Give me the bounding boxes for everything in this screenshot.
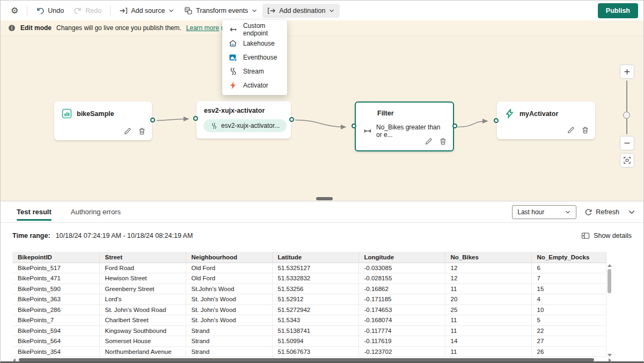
table-cell: 6 xyxy=(531,263,606,273)
output-port[interactable] xyxy=(452,124,457,128)
scroll-right-icon[interactable] xyxy=(609,358,611,362)
minus-icon xyxy=(624,140,631,147)
table-row[interactable]: BikePoints_471Hewison StreetOld Ford51.5… xyxy=(12,273,606,284)
menu-item-activator[interactable]: Activator xyxy=(222,78,287,92)
collapse-panel-button[interactable] xyxy=(627,208,636,216)
table-row[interactable]: BikePoints_354Northumberland AvenueStran… xyxy=(12,346,606,357)
table-header: BikepointIDStreetNeighbourhoodLatitudeLo… xyxy=(12,252,606,263)
publish-button[interactable]: Publish xyxy=(598,3,638,18)
undo-label: Undo xyxy=(48,7,64,14)
menu-item-lakehouse[interactable]: Lakehouse xyxy=(222,37,287,50)
zoom-slider[interactable] xyxy=(626,81,627,134)
table-cell: Strand xyxy=(186,346,272,357)
time-range-value: 10/18/24 07:24:19 AM - 10/18/24 08:24:19… xyxy=(56,232,193,239)
output-port[interactable] xyxy=(289,117,294,122)
node-filter[interactable]: Filter No_Bikes greater than or e... xyxy=(355,101,454,151)
edit-node-icon[interactable] xyxy=(567,126,575,134)
zoom-out-button[interactable] xyxy=(620,136,634,150)
output-port[interactable] xyxy=(150,118,155,122)
input-port[interactable] xyxy=(193,116,198,121)
lakehouse-icon xyxy=(229,39,237,48)
transform-events-button[interactable]: Transform events xyxy=(179,4,262,18)
delete-node-icon[interactable] xyxy=(439,137,447,146)
time-filter-select[interactable]: Last hour xyxy=(512,205,576,219)
column-header[interactable]: BikepointID xyxy=(12,252,99,263)
zoom-slider-handle[interactable] xyxy=(623,112,630,119)
table-cell: Strand xyxy=(186,325,272,336)
node-title: Filter xyxy=(377,110,394,117)
input-port[interactable] xyxy=(352,124,356,128)
filter-condition-label: No_Bikes greater than or e... xyxy=(376,124,445,139)
table-row[interactable]: BikePoints_594Kingsway SouthboundStrand5… xyxy=(12,325,606,336)
fit-to-screen-button[interactable] xyxy=(620,153,634,168)
time-range-label: Time range: xyxy=(12,232,50,239)
table-cell: 14 xyxy=(445,336,531,347)
table-row[interactable]: BikePoints_286St. John's Wood RoadSt. Jo… xyxy=(12,304,606,315)
column-header[interactable]: Longitude xyxy=(358,252,445,263)
menu-item-eventhouse[interactable]: Eventhouse xyxy=(222,50,287,64)
menu-item-custom-endpoint[interactable]: Custom endpoint xyxy=(222,23,287,37)
column-header[interactable]: Latitude xyxy=(272,252,358,263)
node-stream[interactable]: esv2-xujx-activator esv2-xujx-activator.… xyxy=(196,101,291,139)
menu-item-stream[interactable]: Stream xyxy=(222,64,287,78)
table-row[interactable]: BikePoints_564Somerset HouseStrand51.509… xyxy=(12,336,606,347)
scroll-up-icon[interactable] xyxy=(608,264,612,267)
delete-node-icon[interactable] xyxy=(138,127,146,135)
input-port[interactable] xyxy=(494,118,499,123)
refresh-button[interactable]: Refresh xyxy=(584,208,619,216)
table-cell: 11 xyxy=(445,346,531,357)
table-cell: 51.5325127 xyxy=(272,263,358,273)
table-cell: 4 xyxy=(531,294,606,305)
node-myactivator[interactable]: myActivator xyxy=(497,101,595,139)
table-cell: Greenberry Street xyxy=(99,284,186,294)
settings-button[interactable]: ⚙ xyxy=(6,4,23,18)
column-header[interactable]: No_Bikes xyxy=(445,252,531,263)
table-vertical-scrollbar[interactable] xyxy=(606,264,613,357)
table-cell: Old Ford xyxy=(186,263,272,273)
horizontal-scroll-thumb[interactable] xyxy=(19,358,594,361)
table-row[interactable]: BikePoints_7Charlbert StreetSt. John's W… xyxy=(12,315,606,326)
delete-node-icon[interactable] xyxy=(581,126,589,134)
add-destination-button[interactable]: Add destination xyxy=(262,4,340,18)
edit-node-icon[interactable] xyxy=(123,127,131,135)
column-header[interactable]: Neighbourhood xyxy=(186,252,272,263)
vertical-scroll-thumb[interactable] xyxy=(608,269,611,293)
learn-more-link[interactable]: Learn more xyxy=(186,24,226,32)
table-cell: 51.5343 xyxy=(272,315,358,326)
add-source-button[interactable]: Add source xyxy=(114,4,179,18)
redo-button[interactable]: Redo xyxy=(69,4,106,18)
table-row[interactable]: BikePoints_517Ford RoadOld Ford51.532512… xyxy=(12,263,606,273)
table-cell: Kingsway Southbound xyxy=(99,325,186,336)
scroll-left-icon[interactable] xyxy=(13,358,16,362)
table-horizontal-scrollbar[interactable] xyxy=(12,358,612,362)
stream-pill[interactable]: esv2-xujx-activator... xyxy=(203,119,287,132)
table-cell: BikePoints_594 xyxy=(12,325,99,336)
scroll-down-icon[interactable] xyxy=(608,354,612,357)
filter-condition: No_Bikes greater than or e... xyxy=(356,118,453,139)
toolbar-divider xyxy=(110,5,111,16)
canvas-horizontal-scrollbar[interactable] xyxy=(316,197,333,200)
table-row[interactable]: BikePoints_363Lord'sSt. John's Wood51.52… xyxy=(12,294,606,305)
undo-button[interactable]: Undo xyxy=(31,4,69,18)
show-details-icon xyxy=(581,232,590,239)
tab-authoring-errors[interactable]: Authoring errors xyxy=(71,201,121,223)
canvas[interactable]: bikeSample esv2-xujx-activator esv2-xujx… xyxy=(1,35,643,201)
node-bikesample[interactable]: bikeSample xyxy=(54,101,152,140)
zoom-controls xyxy=(619,64,634,168)
table-cell: -0.168074 xyxy=(358,315,445,326)
show-details-button[interactable]: Show details xyxy=(581,232,632,239)
zoom-in-button[interactable] xyxy=(620,64,634,79)
table-cell: Lord's xyxy=(99,294,186,305)
table-cell: 10 xyxy=(531,304,606,315)
table-cell: 27 xyxy=(531,336,606,347)
tabs-row: Test result Authoring errors Last hour R… xyxy=(1,201,643,223)
column-header[interactable]: No_Empty_Docks xyxy=(531,252,606,263)
table-row[interactable]: BikePoints_590Greenberry StreetSt.John's… xyxy=(12,284,606,294)
tab-test-result[interactable]: Test result xyxy=(17,201,52,223)
refresh-label: Refresh xyxy=(596,208,619,216)
edit-node-icon[interactable] xyxy=(425,137,433,146)
table-cell: St. John's Wood xyxy=(186,294,272,305)
table-cell: 20 xyxy=(445,294,531,305)
table-cell: Charlbert Street xyxy=(99,315,186,326)
column-header[interactable]: Street xyxy=(99,252,186,263)
